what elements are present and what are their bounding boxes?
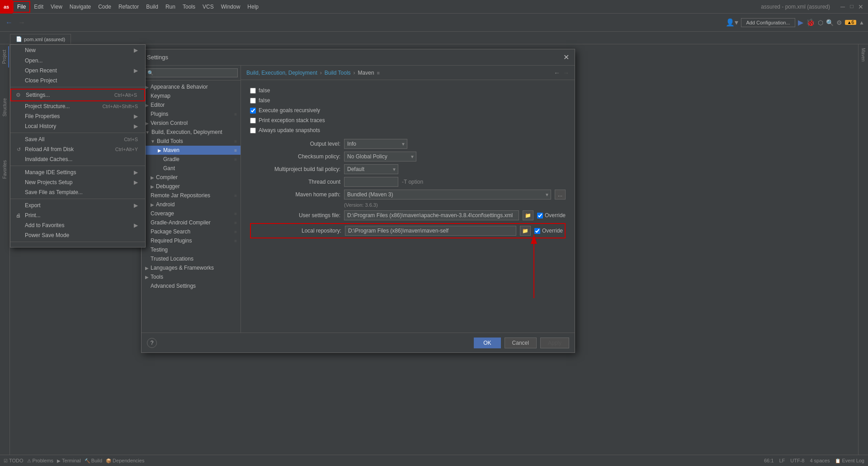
cancel-button[interactable]: Cancel — [505, 338, 537, 348]
tree-item-editor[interactable]: ▶ Editor — [142, 100, 241, 109]
work-offline-checkbox[interactable] — [250, 88, 256, 94]
tree-item-trusted-locations[interactable]: Trusted Locations — [142, 254, 241, 263]
breadcrumb-options-icon[interactable]: ≡ — [377, 70, 380, 76]
back-button[interactable]: ← — [4, 17, 14, 28]
local-repo-override-checkbox[interactable] — [534, 228, 540, 234]
user-settings-browse-button[interactable]: 📁 — [523, 210, 533, 220]
file-menu-item-new[interactable]: New ▶ — [10, 45, 145, 56]
file-menu-item-print[interactable]: 🖨 Print... — [10, 210, 145, 220]
search-button[interactable]: 🔍 — [826, 19, 834, 26]
menu-item-build[interactable]: Build — [142, 2, 162, 12]
coverage-button[interactable]: ⬡ — [818, 19, 823, 26]
menu-item-vcs[interactable]: VCS — [199, 2, 217, 12]
menu-item-edit[interactable]: Edit — [30, 2, 47, 12]
execute-goals-checkbox[interactable] — [250, 108, 256, 114]
breadcrumb-back-button[interactable]: ← — [554, 69, 560, 76]
menu-item-tools[interactable]: Tools — [179, 2, 199, 12]
tree-item-compiler[interactable]: ▶ Compiler — [142, 173, 241, 182]
tree-item-build-exec[interactable]: ▼ Build, Execution, Deployment — [142, 128, 241, 137]
breadcrumb-forward-button[interactable]: → — [563, 69, 569, 76]
file-menu-item-local-history[interactable]: Local History ▶ — [10, 121, 145, 131]
add-configuration-button[interactable]: Add Configuration... — [741, 18, 795, 27]
menu-item-help[interactable]: Help — [244, 2, 262, 12]
tree-item-testing[interactable]: Testing — [142, 245, 241, 254]
file-menu-item-open[interactable]: Open... — [10, 56, 145, 66]
file-menu-item-reload[interactable]: ↺ Reload All from Disk Ctrl+Alt+Y — [10, 144, 145, 154]
tree-item-advanced[interactable]: Advanced Settings — [142, 281, 241, 290]
local-repo-input[interactable] — [345, 226, 516, 236]
status-problems[interactable]: ⚠ Problems — [27, 458, 53, 463]
tree-item-build-tools[interactable]: ▼ Build Tools ≡ — [142, 137, 241, 146]
menu-item-file[interactable]: File — [13, 1, 30, 13]
file-menu-item-invalidate[interactable]: Invalidate Caches... — [10, 154, 145, 164]
file-menu-item-add-favorites[interactable]: Add to Favorites ▶ — [10, 220, 145, 230]
menu-item-view[interactable]: View — [47, 2, 66, 12]
tree-item-gradle-android[interactable]: Gradle-Android Compiler ≡ — [142, 218, 241, 227]
right-tab-maven[interactable]: Maven — [859, 44, 867, 65]
debug-button[interactable]: 🐞 — [806, 18, 815, 27]
minimize-button[interactable]: ─ — [839, 3, 846, 10]
menu-item-refactor[interactable]: Refactor — [115, 2, 142, 12]
file-menu-item-exit[interactable] — [10, 243, 145, 247]
maven-home-browse-button[interactable]: … — [555, 190, 566, 200]
tree-item-coverage[interactable]: Coverage ≡ — [142, 209, 241, 218]
user-icon[interactable]: 👤▾ — [726, 18, 738, 27]
close-button[interactable]: ✕ — [857, 3, 864, 10]
tree-item-plugins[interactable]: Plugins ≡ — [142, 109, 241, 119]
output-level-select[interactable]: Info Debug Warn Error — [344, 139, 407, 149]
file-menu-item-power-save[interactable]: Power Save Mode — [10, 230, 145, 240]
user-settings-override-checkbox[interactable] — [537, 213, 543, 219]
apply-button[interactable]: Apply — [540, 338, 569, 348]
file-menu-item-save-all[interactable]: Save All Ctrl+S — [10, 134, 145, 144]
line-ending[interactable]: LF — [779, 458, 785, 463]
settings-toolbar-button[interactable]: ⚙ — [836, 19, 842, 26]
menu-item-navigate[interactable]: Navigate — [66, 2, 94, 12]
status-dependencies[interactable]: 📦 Dependencies — [106, 458, 144, 463]
user-settings-input[interactable] — [344, 210, 519, 220]
file-menu-item-new-projects[interactable]: New Projects Setup ▶ — [10, 177, 145, 187]
tree-item-gradle[interactable]: Gradle ≡ — [142, 155, 241, 164]
print-exceptions-checkbox[interactable] — [250, 118, 256, 124]
tree-item-maven[interactable]: ▶ Maven ≡ — [142, 146, 241, 155]
sidebar-item-structure[interactable]: Structure — [1, 95, 9, 120]
breadcrumb-part-2[interactable]: Build Tools — [325, 70, 351, 76]
status-build[interactable]: 🔨 Build — [85, 458, 102, 463]
ok-button[interactable]: OK — [474, 338, 500, 348]
tree-item-keymap[interactable]: Keymap — [142, 91, 241, 100]
tree-item-gant[interactable]: Gant — [142, 164, 241, 173]
tree-item-languages[interactable]: ▶ Languages & Frameworks — [142, 263, 241, 272]
menu-item-code[interactable]: Code — [94, 2, 115, 12]
status-terminal[interactable]: ▶ Terminal — [57, 458, 81, 463]
sidebar-item-favorites[interactable]: Favorites — [1, 157, 9, 182]
multiproject-select[interactable]: Default At End Never — [344, 164, 398, 174]
maven-home-select[interactable]: Bundled (Maven 3) Custom — [344, 190, 551, 200]
file-menu-item-settings[interactable]: ⚙ Settings... Ctrl+Alt+S — [10, 89, 145, 101]
run-button[interactable]: ▶ — [798, 18, 803, 27]
dialog-close-button[interactable]: ✕ — [563, 53, 569, 62]
file-menu-item-close-project[interactable]: Close Project — [10, 76, 145, 86]
maximize-button[interactable]: □ — [848, 3, 855, 10]
tree-item-debugger[interactable]: ▶ Debugger — [142, 182, 241, 191]
file-menu-item-save-template[interactable]: Save File as Template... — [10, 187, 145, 197]
use-plugin-registry-checkbox[interactable] — [250, 98, 256, 104]
event-log[interactable]: 📋 Event Log — [835, 458, 864, 463]
indent-setting[interactable]: 4 spaces — [810, 458, 830, 463]
local-repo-browse-button[interactable]: 📁 — [520, 226, 531, 236]
file-menu-item-file-properties[interactable]: File Properties ▶ — [10, 111, 145, 121]
file-menu-item-open-recent[interactable]: Open Recent ▶ — [10, 66, 145, 76]
status-todo[interactable]: ☑ TODO — [4, 458, 24, 463]
settings-search-input[interactable] — [144, 68, 238, 77]
encoding[interactable]: UTF-8 — [790, 458, 804, 463]
sidebar-item-project[interactable]: Project — [0, 46, 9, 67]
checksum-policy-select[interactable]: No Global Policy Strict Warn — [344, 152, 416, 162]
tab-pom-xml[interactable]: 📄 pom.xml (assured) — [10, 34, 71, 44]
file-menu-item-manage-ide[interactable]: Manage IDE Settings ▶ — [10, 167, 145, 177]
always-update-checkbox[interactable] — [250, 128, 256, 133]
tree-item-android[interactable]: ▶ Android — [142, 200, 241, 209]
warning-badge[interactable]: ▲6 — [845, 20, 856, 25]
tree-item-tools[interactable]: ▶ Tools — [142, 272, 241, 281]
tree-item-package-search[interactable]: Package Search ≡ — [142, 227, 241, 236]
menu-item-window[interactable]: Window — [217, 2, 244, 12]
help-button[interactable]: ? — [147, 338, 157, 348]
tree-item-remote-jar[interactable]: Remote Jar Repositories ≡ — [142, 191, 241, 200]
